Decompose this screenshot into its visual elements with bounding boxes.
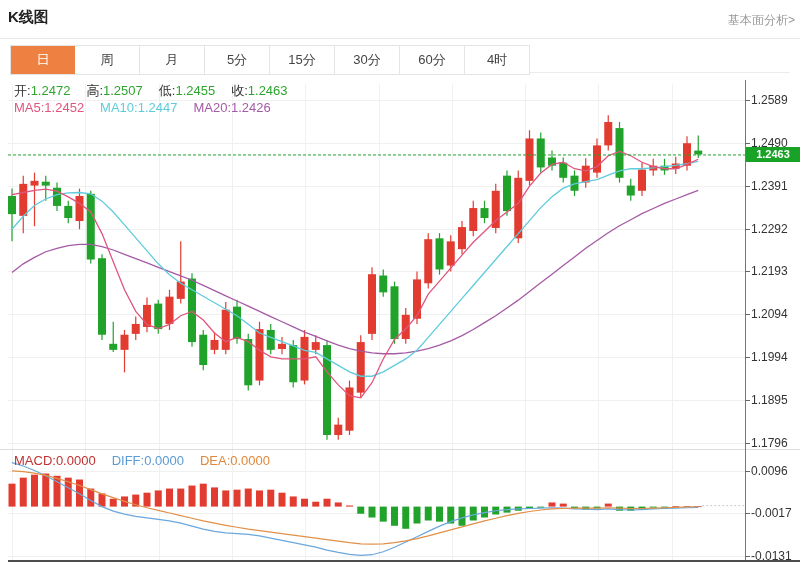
ohlc-close-value: 1.2463 bbox=[248, 83, 288, 98]
macd-axis-label: -0.0017 bbox=[751, 506, 792, 520]
price-axis-label: 1.1895 bbox=[751, 393, 788, 407]
dea-legend: DEA:0.0000 bbox=[200, 453, 270, 468]
price-axis-label: 1.1994 bbox=[751, 350, 788, 364]
price-axis-label: 1.2094 bbox=[751, 307, 788, 321]
tab-bar: 日周月5分15分30分60分4时 bbox=[10, 45, 530, 75]
kline-page: { "header": { "title": "K线图", "link": "基… bbox=[0, 0, 800, 568]
tab-bar-extension-line bbox=[520, 72, 790, 73]
diff-legend-label: DIFF: bbox=[112, 453, 145, 468]
ma10-legend-value: 1.2447 bbox=[138, 100, 178, 115]
page-title: K线图 bbox=[8, 8, 49, 27]
fundamental-analysis-link[interactable]: 基本面分析> bbox=[728, 12, 795, 29]
ohlc-open-label: 开: bbox=[14, 83, 31, 98]
price-axis-label: 1.2193 bbox=[751, 264, 788, 278]
diff-legend: DIFF:0.0000 bbox=[112, 453, 184, 468]
ohlc-low-label: 低: bbox=[159, 83, 176, 98]
tab-month[interactable]: 月 bbox=[140, 46, 205, 74]
ohlc-high: 高:1.2507 bbox=[86, 83, 142, 98]
ohlc-close: 收:1.2463 bbox=[231, 83, 287, 98]
dea-legend-value: 0.0000 bbox=[230, 453, 270, 468]
tab-30min[interactable]: 30分 bbox=[335, 46, 400, 74]
ma-legend: MA5:1.2452MA10:1.2447MA20:1.2426 bbox=[14, 100, 287, 115]
tab-15min[interactable]: 15分 bbox=[270, 46, 335, 74]
macd-legend-label: MACD: bbox=[14, 453, 56, 468]
price-axis-label: 1.1796 bbox=[751, 436, 788, 450]
price-axis-label: 1.2292 bbox=[751, 222, 788, 236]
macd-axis-label: -0.0131 bbox=[751, 549, 792, 563]
ohlc-open: 开:1.2472 bbox=[14, 83, 70, 98]
ma10-legend-label: MA10: bbox=[100, 100, 138, 115]
ohlc-close-label: 收: bbox=[231, 83, 248, 98]
ma5-legend: MA5:1.2452 bbox=[14, 100, 84, 115]
ma20-legend: MA20:1.2426 bbox=[193, 100, 270, 115]
diff-legend-value: 0.0000 bbox=[144, 453, 184, 468]
ohlc-legend: 开:1.2472高:1.2507低:1.2455收:1.2463 bbox=[14, 82, 304, 100]
tab-4hour[interactable]: 4时 bbox=[465, 46, 529, 74]
tab-day[interactable]: 日 bbox=[11, 46, 75, 74]
current-price-value: 1.2463 bbox=[756, 148, 790, 160]
header-divider bbox=[0, 38, 800, 39]
macd-legend: MACD:0.0000DIFF:0.0000DEA:0.0000 bbox=[14, 453, 286, 468]
ma10-legend: MA10:1.2447 bbox=[100, 100, 177, 115]
current-price-badge: 1.2463 bbox=[746, 147, 800, 162]
ma20-legend-value: 1.2426 bbox=[231, 100, 271, 115]
dea-legend-label: DEA: bbox=[200, 453, 230, 468]
macd-axis-label: 0.0096 bbox=[751, 464, 788, 478]
ohlc-open-value: 1.2472 bbox=[31, 83, 71, 98]
ohlc-high-value: 1.2507 bbox=[103, 83, 143, 98]
price-axis-label: 1.2391 bbox=[751, 179, 788, 193]
macd-legend-value: 0.0000 bbox=[56, 453, 96, 468]
ma5-legend-value: 1.2452 bbox=[44, 100, 84, 115]
macd-legend: MACD:0.0000 bbox=[14, 453, 96, 468]
tab-week[interactable]: 周 bbox=[75, 46, 140, 74]
ohlc-low-value: 1.2455 bbox=[175, 83, 215, 98]
ma5-legend-label: MA5: bbox=[14, 100, 44, 115]
price-axis-label: 1.2589 bbox=[751, 93, 788, 107]
ohlc-high-label: 高: bbox=[86, 83, 103, 98]
tab-5min[interactable]: 5分 bbox=[205, 46, 270, 74]
tab-60min[interactable]: 60分 bbox=[400, 46, 465, 74]
ma20-legend-label: MA20: bbox=[193, 100, 231, 115]
ohlc-low: 低:1.2455 bbox=[159, 83, 215, 98]
